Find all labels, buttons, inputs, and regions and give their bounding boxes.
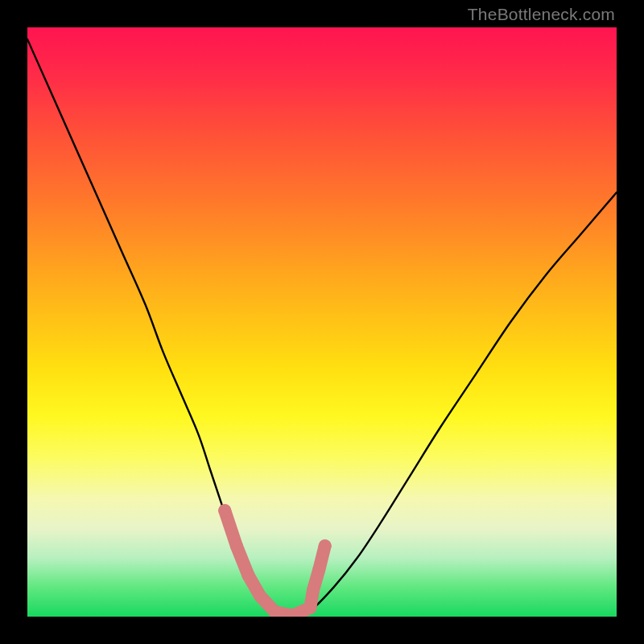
bottleneck-curve [27, 39, 617, 617]
optimal-zone-cap [319, 539, 332, 552]
plot-area [27, 27, 617, 617]
watermark-text: TheBottleneck.com [468, 5, 615, 24]
chart-frame: TheBottleneck.com [0, 0, 644, 644]
bottleneck-curve-path [27, 39, 617, 617]
optimal-zone-markers [218, 504, 331, 615]
optimal-zone-cap [218, 504, 231, 517]
chart-svg [27, 27, 617, 617]
